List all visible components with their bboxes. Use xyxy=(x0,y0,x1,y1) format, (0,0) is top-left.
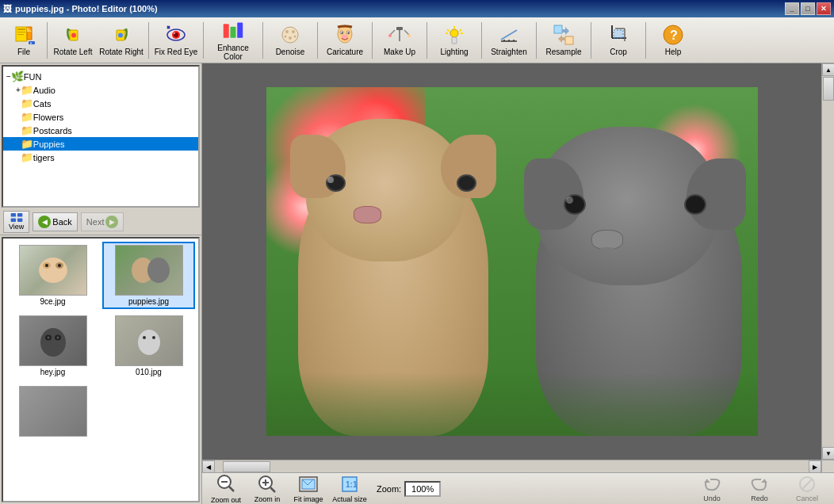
thumb-label-9ce: 9ce.jpg xyxy=(40,297,65,306)
svg-point-22 xyxy=(285,30,289,33)
scroll-right-button[interactable]: ▶ xyxy=(809,460,821,473)
svg-point-11 xyxy=(118,33,123,38)
horizontal-scrollbar[interactable]: ◀ ▶ xyxy=(202,460,821,472)
resample-button[interactable]: Resample xyxy=(539,20,588,61)
folder-icon-fun: 🌿 xyxy=(11,71,24,82)
toolbar: ▼ File Rotate Left Rotate Right xyxy=(0,17,834,63)
svg-rect-61 xyxy=(10,213,15,217)
close-button[interactable]: ✕ xyxy=(817,2,831,15)
svg-line-35 xyxy=(404,30,409,35)
view-button[interactable]: View xyxy=(3,211,29,233)
undo-button[interactable]: Undo xyxy=(691,475,733,503)
next-arrow: ▶ xyxy=(105,216,118,228)
svg-point-23 xyxy=(292,30,295,33)
fix-red-eye-button[interactable]: Fix Red Eye xyxy=(151,20,201,61)
svg-point-68 xyxy=(45,264,48,267)
thumb-bottom[interactable] xyxy=(6,383,99,441)
folder-icon-cats: 📁 xyxy=(21,97,33,109)
tree-item-tigers[interactable]: + 📁 tigers xyxy=(3,151,198,164)
enhance-color-label: Enhance Color xyxy=(208,44,258,61)
tree-item-fun[interactable]: − 🌿 FUN xyxy=(3,70,198,83)
maximize-button[interactable]: □ xyxy=(801,2,815,15)
make-up-button[interactable]: Make Up xyxy=(375,20,424,61)
scroll-up-button[interactable]: ▲ xyxy=(822,63,834,76)
file-icon: ▼ xyxy=(13,24,35,46)
crop-icon xyxy=(607,24,629,46)
thumb-img-hey xyxy=(19,315,87,366)
svg-point-76 xyxy=(56,336,59,338)
rotate-right-button[interactable]: Rotate Right xyxy=(97,20,146,61)
next-button[interactable]: Next ▶ xyxy=(81,212,124,231)
tree-item-flowers[interactable]: + 📁 Flowers xyxy=(3,110,198,124)
tree-label-fun: FUN xyxy=(24,72,42,82)
zoom-out-button[interactable]: Zoom out xyxy=(208,473,243,504)
caricature-icon xyxy=(334,24,356,46)
zoom-in-button[interactable]: Zoom in xyxy=(250,474,285,503)
thumb-puppies[interactable]: puppies.jpg xyxy=(102,242,195,309)
fit-image-button[interactable]: Fit image xyxy=(291,474,326,503)
vertical-scrollbar[interactable]: ▲ ▼ xyxy=(821,63,834,460)
fit-image-icon xyxy=(298,474,319,494)
thumb-9ce[interactable]: 9ce.jpg xyxy=(6,242,99,309)
thumb-010[interactable]: 010.jpg xyxy=(102,312,195,380)
tree-item-puppies[interactable]: + 📁 Puppies xyxy=(3,137,198,151)
status-bar: Zoom out Zoom in Fit image xyxy=(202,472,834,504)
svg-line-47 xyxy=(501,30,517,40)
svg-text:?: ? xyxy=(670,29,678,42)
make-up-icon xyxy=(388,24,411,46)
svg-rect-19 xyxy=(231,26,236,37)
scroll-left-button[interactable]: ◀ xyxy=(202,460,215,473)
scroll-thumb-v[interactable] xyxy=(823,77,834,101)
denoise-button[interactable]: Denoise xyxy=(266,20,315,61)
image-viewport-row: ▲ ▼ xyxy=(202,63,834,460)
actual-size-icon: 1:1 xyxy=(339,474,360,494)
thumb-label-010: 010.jpg xyxy=(136,368,162,376)
thumbnail-panel[interactable]: 9ce.jpg puppies.jpg xyxy=(2,237,200,502)
tree-item-cats[interactable]: + 📁 Cats xyxy=(3,97,198,110)
cancel-button[interactable]: Cancel xyxy=(786,475,828,503)
lighting-button[interactable]: Lighting xyxy=(430,20,479,61)
folder-icon-flowers: 📁 xyxy=(21,111,33,123)
svg-point-24 xyxy=(289,36,292,40)
svg-line-92 xyxy=(802,479,812,489)
svg-point-21 xyxy=(282,27,298,43)
svg-rect-18 xyxy=(224,24,229,38)
svg-line-86 xyxy=(270,487,275,492)
svg-point-71 xyxy=(147,258,170,283)
folder-tree[interactable]: − 🌿 FUN + 📁 Audio + 📁 Cats xyxy=(2,65,200,208)
image-viewport xyxy=(202,63,821,460)
tree-label-tigers: tigers xyxy=(33,153,55,162)
crop-button[interactable]: Crop xyxy=(594,20,643,61)
straighten-label: Straighten xyxy=(491,48,527,56)
svg-point-77 xyxy=(138,330,160,355)
scroll-track-v[interactable] xyxy=(822,76,834,447)
redo-button[interactable]: Redo xyxy=(739,475,780,503)
back-button[interactable]: ◀ Back xyxy=(33,212,77,231)
caricature-button[interactable]: Caricature xyxy=(320,20,369,61)
enhance-color-button[interactable]: Enhance Color xyxy=(206,20,260,61)
divider-8 xyxy=(481,22,482,59)
scroll-down-button[interactable]: ▼ xyxy=(822,447,834,460)
enhance-color-icon xyxy=(222,20,244,42)
actual-size-button[interactable]: 1:1 Actual size xyxy=(332,474,367,503)
straighten-button[interactable]: Straighten xyxy=(484,20,534,61)
rotate-left-button[interactable]: Rotate Left xyxy=(50,20,96,61)
title-bar-controls: _ □ ✕ xyxy=(785,2,831,15)
resample-icon xyxy=(553,24,575,46)
make-up-label: Make Up xyxy=(384,48,415,56)
divider-3 xyxy=(203,22,204,59)
scroll-track-h[interactable] xyxy=(215,460,809,472)
svg-rect-34 xyxy=(396,27,403,30)
help-button[interactable]: ? Help xyxy=(648,20,698,61)
minimize-button[interactable]: _ xyxy=(785,2,799,15)
zoom-input[interactable] xyxy=(404,481,441,497)
file-button[interactable]: ▼ File xyxy=(3,20,44,61)
tree-item-audio[interactable]: + 📁 Audio xyxy=(3,83,198,97)
tree-item-postcards[interactable]: + 📁 Postcards xyxy=(3,124,198,137)
svg-rect-20 xyxy=(237,22,243,37)
scroll-thumb-h[interactable] xyxy=(223,461,270,472)
svg-line-37 xyxy=(390,30,395,35)
title-bar: 🖼 puppies.jpg - Photo! Editor (100%) _ □… xyxy=(0,0,834,17)
back-arrow: ◀ xyxy=(38,216,51,228)
thumb-hey[interactable]: hey.jpg xyxy=(6,312,99,380)
